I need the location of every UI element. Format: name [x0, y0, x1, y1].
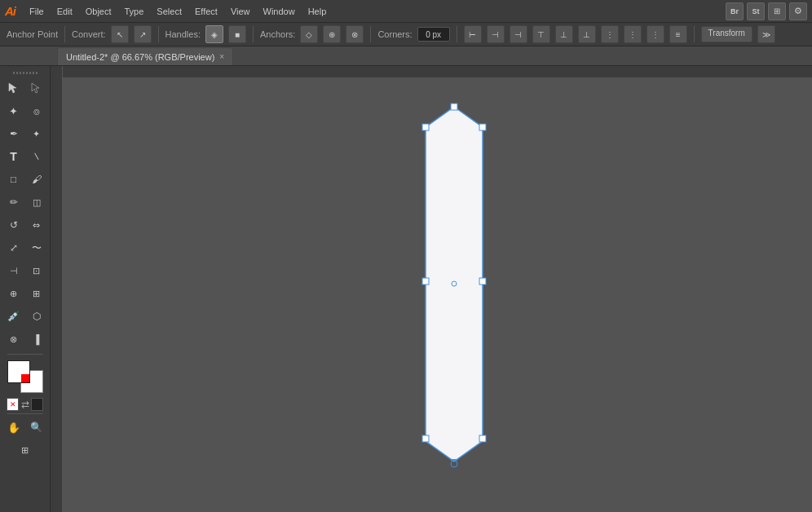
direct-select-tool-btn[interactable] [26, 77, 47, 99]
align-top-edge[interactable]: ⊤ [532, 25, 550, 43]
align-h-center[interactable]: ⊣ [487, 25, 505, 43]
tool-row-3: ✒ ✦ [0, 123, 50, 144]
tool-row-1 [0, 77, 50, 99]
color-boxes[interactable] [7, 360, 43, 393]
align-v-center[interactable]: ⊥ [555, 25, 573, 43]
canvas-area[interactable] [51, 66, 812, 512]
swap-colors-icon[interactable]: ⇄ [19, 398, 31, 411]
zoom-btn[interactable]: 🔍 [26, 417, 47, 438]
horizontal-ruler [51, 66, 812, 78]
menu-type[interactable]: Type [119, 5, 150, 18]
shape-container [417, 99, 491, 459]
foreground-color-box[interactable] [7, 360, 30, 383]
anchors-label: Anchors: [260, 29, 295, 39]
tool-row-7: ↺ ⇔ [0, 214, 50, 236]
distribute-v[interactable]: ≡ [669, 25, 687, 43]
search-icon[interactable]: ⚙ [789, 2, 807, 20]
tab-close-button[interactable]: × [219, 52, 224, 61]
menu-right-icons: Br St ⊞ ⚙ [726, 2, 807, 20]
handles-btn-1[interactable]: ◈ [205, 25, 223, 43]
handle-top-right [479, 124, 486, 130]
scale-btn[interactable]: ⤢ [3, 237, 24, 258]
main-layout: ✦ ⌾ ✒ ✦ T / □ 🖌 ✏ ◫ ↺ ⇔ ⤢ 〜 ⊣ ⊡ [0, 66, 812, 512]
handles-btn-2[interactable]: ■ [228, 25, 246, 43]
align-left-edge[interactable]: ⊢ [464, 25, 482, 43]
handle-top-center [451, 104, 457, 110]
warp-btn[interactable]: 〜 [26, 237, 47, 258]
artboards-btn[interactable]: ⊞ [15, 439, 36, 461]
menu-help[interactable]: Help [302, 5, 333, 18]
handle-mid-left [422, 278, 429, 285]
menu-view[interactable]: View [225, 5, 256, 18]
stock-icon[interactable]: St [747, 2, 765, 20]
magic-wand-btn[interactable]: ✦ [3, 100, 24, 121]
lasso-btn[interactable]: ⌾ [26, 100, 47, 121]
align-bottom-edge[interactable]: ⊥ [578, 25, 596, 43]
tool-row-10: ⊕ ⊞ [0, 283, 50, 304]
divider-5 [457, 26, 457, 42]
artboard-btn[interactable]: ⊞ [26, 283, 47, 304]
transform-button[interactable]: Transform [701, 26, 752, 42]
tool-row-2: ✦ ⌾ [0, 100, 50, 121]
none-color-icon[interactable]: ✕ [7, 398, 19, 411]
pen-btn[interactable]: ✒ [3, 123, 24, 144]
tool-row-9: ⊣ ⊡ [0, 260, 50, 281]
tool-row-8: ⤢ 〜 [0, 237, 50, 258]
pencil-btn[interactable]: ✏ [3, 192, 24, 213]
divider-3 [253, 26, 254, 42]
more-options-btn[interactable]: ≫ [757, 25, 775, 43]
menu-edit[interactable]: Edit [51, 5, 78, 18]
tool-options-bar: Anchor Point Convert: ↖ ↗ Handles: ◈ ■ A… [0, 22, 812, 46]
align-right-edge[interactable]: ⊣ [510, 25, 527, 43]
width-btn[interactable]: ⊣ [3, 260, 24, 281]
distribute-h[interactable]: ⋮ [624, 25, 642, 43]
handle-top-left [422, 124, 429, 130]
tool-row-4: T / [0, 146, 50, 167]
divider-6 [694, 26, 695, 42]
drag-dots [13, 72, 38, 74]
divider-4 [370, 26, 371, 42]
graph-btn[interactable]: ▐ [26, 329, 47, 350]
toolbar-drag-handle[interactable] [0, 69, 50, 76]
anchors-btn-2[interactable]: ⊕ [323, 25, 341, 43]
line-btn[interactable]: / [21, 142, 51, 172]
distribute-left[interactable]: ⋮ [601, 25, 619, 43]
hand-btn[interactable]: ✋ [3, 417, 24, 438]
rect-btn[interactable]: □ [3, 169, 24, 190]
blend-btn[interactable]: ⬡ [26, 306, 47, 327]
document-tab[interactable]: Untitled-2* @ 66.67% (RGB/Preview) × [57, 47, 233, 65]
menu-object[interactable]: Object [80, 5, 117, 18]
eyedropper-btn[interactable]: 💉 [3, 306, 24, 327]
menu-window[interactable]: Window [258, 5, 301, 18]
menu-effect[interactable]: Effect [189, 5, 223, 18]
convert-btn-1[interactable]: ↖ [111, 25, 129, 43]
tool-row-6: ✏ ◫ [0, 192, 50, 213]
menu-file[interactable]: File [24, 5, 50, 18]
shape-builder-btn[interactable]: ⊕ [3, 283, 24, 304]
paintbrush-btn[interactable]: 🖌 [26, 169, 47, 190]
symbol-spray-btn[interactable]: ⊗ [3, 329, 24, 350]
type-btn[interactable]: T [3, 146, 24, 167]
eraser-btn[interactable]: ◫ [26, 192, 47, 213]
tool-row-12: ⊗ ▐ [0, 329, 50, 350]
free-transform-btn[interactable]: ⊡ [26, 260, 47, 281]
default-colors-icon[interactable] [31, 398, 43, 411]
corners-input[interactable] [417, 27, 450, 42]
anchors-btn-3[interactable]: ⊗ [346, 25, 364, 43]
tab-bar: Untitled-2* @ 66.67% (RGB/Preview) × [0, 46, 812, 66]
handle-mid-right [479, 278, 486, 285]
corners-label: Corners: [377, 29, 412, 39]
reflect-btn[interactable]: ⇔ [26, 214, 47, 236]
divider-1 [64, 26, 65, 42]
bridge-icon[interactable]: Br [726, 2, 744, 20]
rotate-btn[interactable]: ↺ [3, 214, 24, 236]
anchors-btn-1[interactable]: ◇ [300, 25, 318, 43]
tool-separator [7, 354, 43, 355]
workspace-icon[interactable]: ⊞ [768, 2, 786, 20]
select-tool-btn[interactable] [3, 77, 24, 99]
convert-btn-2[interactable]: ↗ [134, 25, 152, 43]
handles-label: Handles: [165, 29, 201, 39]
distribute-right[interactable]: ⋮ [647, 25, 664, 43]
divider-2 [158, 26, 159, 42]
menu-select[interactable]: Select [151, 5, 188, 18]
